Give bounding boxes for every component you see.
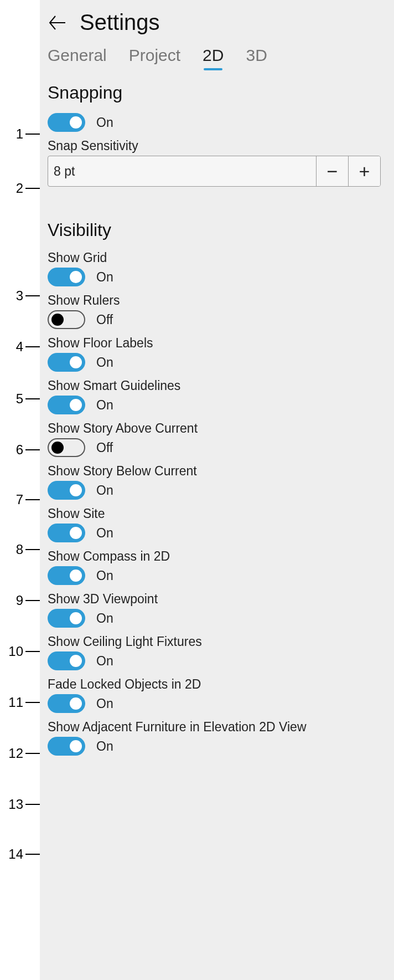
- visibility-toggle[interactable]: [48, 438, 85, 457]
- settings-tabs: GeneralProject2D3D: [48, 46, 381, 68]
- visibility-item-label: Show Story Below Current: [48, 464, 381, 479]
- visibility-item-label: Show Smart Guidelines: [48, 378, 381, 393]
- visibility-item-label: Show Ceiling Light Fixtures: [48, 634, 381, 649]
- visibility-status: On: [96, 526, 113, 541]
- visibility-item-label: Show Adjacent Furniture in Elevation 2D …: [48, 720, 381, 735]
- visibility-toggle[interactable]: [48, 524, 85, 542]
- visibility-toggle[interactable]: [48, 651, 85, 670]
- visibility-status: On: [96, 270, 113, 285]
- tab-3d[interactable]: 3D: [246, 46, 267, 68]
- visibility-item-label: Show 3D Viewpoint: [48, 592, 381, 607]
- visibility-item-label: Fade Locked Objects in 2D: [48, 677, 381, 692]
- section-title-visibility: Visibility: [48, 220, 381, 240]
- tab-general[interactable]: General: [48, 46, 107, 68]
- arrow-left-icon: [48, 13, 68, 33]
- visibility-status: On: [96, 696, 113, 711]
- visibility-status: Off: [96, 440, 113, 455]
- visibility-toggle[interactable]: [48, 566, 85, 585]
- tab-project[interactable]: Project: [129, 46, 180, 68]
- visibility-item-label: Show Story Above Current: [48, 421, 381, 436]
- visibility-toggle[interactable]: [48, 737, 85, 756]
- visibility-toggle[interactable]: [48, 481, 85, 500]
- settings-panel: Settings GeneralProject2D3D Snapping On …: [40, 0, 394, 980]
- visibility-toggle[interactable]: [48, 353, 85, 372]
- snapping-toggle[interactable]: [48, 113, 85, 132]
- snap-sensitivity-increment[interactable]: +: [348, 156, 380, 186]
- visibility-status: On: [96, 398, 113, 413]
- back-button[interactable]: [48, 13, 68, 33]
- visibility-status: On: [96, 483, 113, 498]
- visibility-item-label: Show Floor Labels: [48, 336, 381, 351]
- visibility-status: On: [96, 568, 113, 583]
- snap-sensitivity-value[interactable]: 8 pt: [48, 156, 316, 186]
- tab-2d[interactable]: 2D: [203, 46, 224, 68]
- visibility-status: On: [96, 355, 113, 370]
- visibility-toggle[interactable]: [48, 310, 85, 329]
- visibility-item-label: Show Site: [48, 506, 381, 521]
- visibility-toggle[interactable]: [48, 609, 85, 628]
- visibility-status: On: [96, 611, 113, 626]
- visibility-status: On: [96, 654, 113, 669]
- snap-sensitivity-decrement[interactable]: −: [316, 156, 348, 186]
- visibility-item-label: Show Rulers: [48, 293, 381, 308]
- page-title: Settings: [80, 10, 160, 35]
- visibility-status: On: [96, 739, 113, 754]
- visibility-toggle[interactable]: [48, 268, 85, 286]
- visibility-item-label: Show Compass in 2D: [48, 549, 381, 564]
- section-title-snapping: Snapping: [48, 83, 381, 103]
- snapping-status: On: [96, 115, 113, 130]
- snap-sensitivity-label: Snap Sensitivity: [48, 138, 381, 153]
- visibility-toggle[interactable]: [48, 396, 85, 414]
- visibility-status: Off: [96, 312, 113, 327]
- snap-sensitivity-stepper: 8 pt − +: [48, 156, 381, 187]
- visibility-item-label: Show Grid: [48, 250, 381, 265]
- visibility-toggle[interactable]: [48, 694, 85, 713]
